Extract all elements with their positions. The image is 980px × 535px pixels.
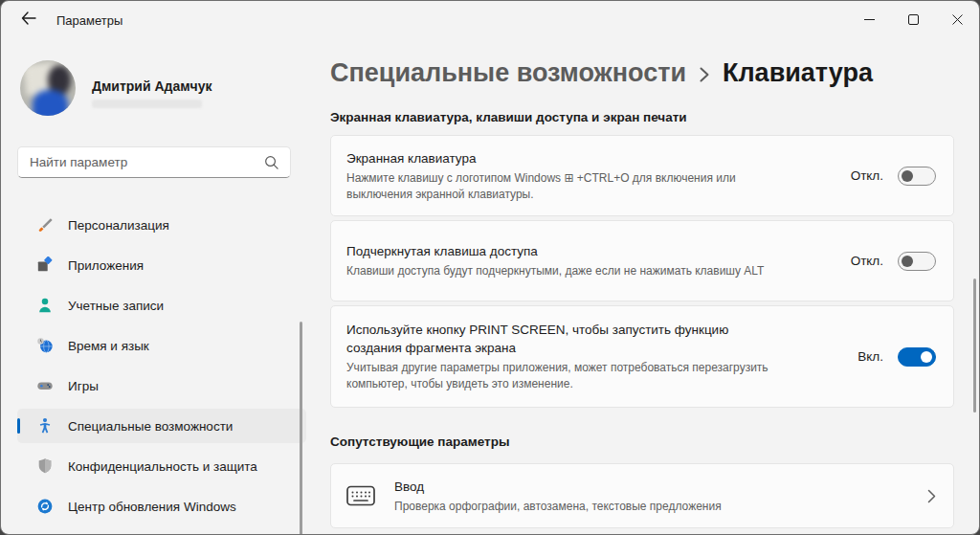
breadcrumb-chevron-icon: [699, 65, 710, 84]
toggle-state-label: Откл.: [851, 254, 883, 268]
personalization-icon: [35, 216, 54, 234]
sidebar-item-accounts[interactable]: Учетные записи: [17, 288, 306, 323]
breadcrumb-parent[interactable]: Специальные возможности: [330, 58, 686, 88]
privacy-icon: [35, 457, 54, 476]
related-title: Ввод: [394, 478, 825, 496]
sidebar: Дмитрий Адамчук Персонализация Пр: [1, 39, 317, 534]
search-box[interactable]: [17, 146, 291, 178]
on-screen-keyboard-toggle[interactable]: [898, 167, 936, 186]
toggle-state-label: Откл.: [851, 168, 883, 183]
sidebar-item-accessibility[interactable]: Специальные возможности: [17, 409, 306, 443]
maximize-icon: [908, 11, 919, 29]
accounts-icon: [35, 297, 54, 315]
windows-update-icon: [35, 498, 54, 516]
search-input[interactable]: [18, 155, 264, 169]
setting-description: Учитывая другие параметры приложения, мо…: [346, 360, 791, 392]
maximize-button[interactable]: [891, 1, 935, 39]
sidebar-scrollbar[interactable]: [300, 322, 302, 535]
print-screen-toggle[interactable]: [898, 347, 936, 367]
back-arrow-icon: [21, 11, 36, 29]
chevron-right-icon: [927, 489, 936, 503]
sidebar-item-label: Время и язык: [68, 339, 149, 353]
sidebar-item-label: Приложения: [68, 258, 144, 273]
accessibility-icon: [35, 417, 54, 435]
sidebar-item-label: Конфиденциальность и защита: [68, 459, 257, 474]
window-controls: [847, 1, 979, 39]
minimize-icon: [864, 11, 875, 29]
user-name: Дмитрий Адамчук: [92, 78, 212, 94]
app-title: Параметры: [56, 13, 122, 28]
settings-window: Параметры Дмитрий Адамчук: [0, 0, 980, 535]
sidebar-item-label: Учетные записи: [68, 299, 164, 313]
sidebar-item-label: Игры: [68, 379, 99, 393]
sidebar-item-privacy[interactable]: Конфиденциальность и защита: [17, 449, 306, 483]
setting-description: Нажмите клавишу с логотипом Windows ⊞ +C…: [346, 170, 791, 203]
keyboard-icon: [346, 485, 375, 506]
avatar-photo: [20, 60, 76, 116]
sidebar-item-gaming[interactable]: Игры: [17, 368, 306, 403]
sidebar-item-windows-update[interactable]: Центр обновления Windows: [17, 489, 306, 524]
close-button[interactable]: [935, 1, 979, 39]
setting-title: Используйте кнопку PRINT SCREEN, чтобы з…: [346, 321, 777, 357]
page-title: Клавиатура: [723, 58, 873, 88]
setting-description: Клавиши доступа будут подчеркнутыми, даж…: [346, 263, 791, 279]
setting-title: Подчеркнутая клавиша доступа: [346, 242, 777, 260]
user-subtitle-redacted: [92, 100, 202, 108]
setting-card-on-screen-keyboard: Экранная клавиатура Нажмите клавишу с ло…: [330, 135, 954, 216]
sidebar-item-personalization[interactable]: Персонализация: [17, 208, 306, 242]
toggle-state-label: Вкл.: [858, 349, 883, 364]
main-scrollbar[interactable]: [973, 279, 976, 412]
section-header: Экранная клавиатура, клавиши доступа и э…: [330, 110, 687, 124]
sidebar-item-label: Персонализация: [68, 218, 169, 233]
related-description: Проверка орфографии, автозамена, текстов…: [394, 499, 839, 515]
setting-card-underline-access-keys: Подчеркнутая клавиша доступа Клавиши дос…: [330, 220, 954, 301]
back-button[interactable]: [12, 6, 45, 34]
selection-indicator: [17, 418, 20, 434]
apps-icon: [35, 256, 54, 275]
underline-access-keys-toggle[interactable]: [898, 252, 936, 271]
related-card-typing[interactable]: Ввод Проверка орфографии, автозамена, те…: [330, 463, 954, 528]
related-settings-header: Сопутствующие параметры: [330, 435, 509, 449]
titlebar: Параметры: [1, 1, 979, 39]
avatar[interactable]: [20, 60, 76, 116]
sidebar-item-apps[interactable]: Приложения: [17, 248, 306, 282]
sidebar-item-label: Специальные возможности: [68, 419, 233, 434]
breadcrumb: Специальные возможности Клавиатура: [330, 58, 873, 88]
search-icon[interactable]: [264, 155, 278, 169]
sidebar-item-label: Центр обновления Windows: [68, 500, 236, 514]
sidebar-nav: Персонализация Приложения Учетные записи: [1, 208, 317, 524]
gaming-icon: [35, 377, 54, 395]
time-language-icon: [35, 337, 54, 355]
close-icon: [952, 11, 963, 29]
sidebar-item-time-language[interactable]: Время и язык: [17, 328, 306, 363]
setting-title: Экранная клавиатура: [346, 149, 777, 167]
minimize-button[interactable]: [847, 1, 891, 39]
main-content: Специальные возможности Клавиатура Экран…: [330, 39, 979, 534]
setting-card-print-screen: Используйте кнопку PRINT SCREEN, чтобы з…: [330, 305, 954, 408]
